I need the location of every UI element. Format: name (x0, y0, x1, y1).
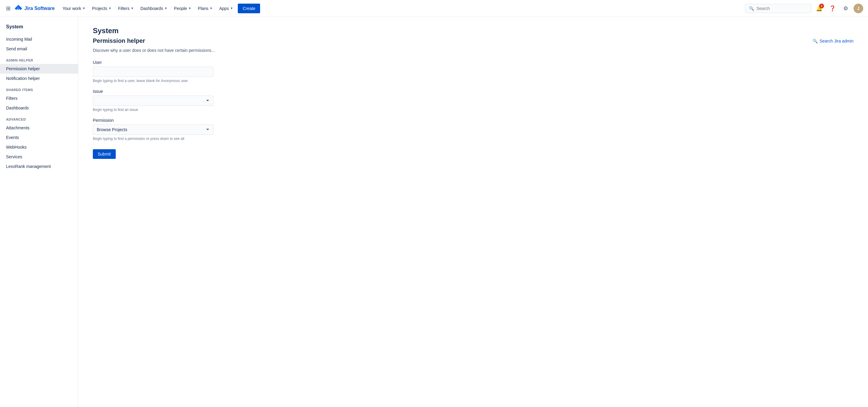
sidebar-item-notification-helper[interactable]: Notification helper (0, 73, 78, 83)
permission-helper-form: User Begin typing to find a user, leave … (93, 60, 854, 159)
avatar[interactable]: J (854, 4, 863, 13)
topnav-right: 🔍 🔔 2 ❓ ⚙ J (745, 3, 863, 14)
chevron-down-icon: ▼ (188, 7, 191, 10)
nav-people[interactable]: People ▼ (171, 4, 194, 13)
description-text: Discover why a user does or does not hav… (93, 48, 854, 53)
sidebar-item-lexorank[interactable]: LexoRank management (0, 162, 78, 171)
sidebar-item-permission-helper[interactable]: Permission helper (0, 64, 78, 73)
section-title: Permission helper (93, 37, 854, 44)
top-navigation: ⊞ Jira Software Your work ▼ Projects ▼ F… (0, 0, 868, 17)
issue-label: Issue (93, 89, 854, 94)
help-button[interactable]: ❓ (827, 3, 838, 14)
jira-logo-icon (14, 4, 23, 13)
chevron-down-icon: ▼ (108, 7, 112, 10)
chevron-down-icon: ▼ (210, 7, 213, 10)
sidebar-section-admin-helper: Admin Helper (0, 54, 78, 64)
permission-field-group: Permission Browse Projects Create Issues… (93, 118, 854, 141)
create-button[interactable]: Create (238, 4, 260, 13)
search-input[interactable] (756, 6, 807, 11)
notifications-button[interactable]: 🔔 2 (814, 3, 825, 14)
nav-filters[interactable]: Filters ▼ (115, 4, 137, 13)
sidebar-title: System (0, 22, 78, 34)
user-label: User (93, 60, 854, 65)
permission-label: Permission (93, 118, 854, 123)
permission-select[interactable]: Browse Projects Create Issues Edit Issue… (93, 125, 213, 135)
sidebar-section-shared-items: Shared Items (0, 83, 78, 93)
search-box[interactable]: 🔍 (745, 4, 811, 13)
logo-link[interactable]: Jira Software (14, 4, 55, 13)
chevron-down-icon: ▼ (82, 7, 85, 10)
search-icon: 🔍 (812, 39, 818, 43)
sidebar-item-filters[interactable]: Filters (0, 93, 78, 103)
page-layout: System Incoming Mail Send email Admin He… (0, 17, 868, 407)
submit-button[interactable]: Submit (93, 149, 116, 159)
settings-button[interactable]: ⚙ (840, 3, 851, 14)
search-icon: 🔍 (749, 6, 754, 11)
chevron-down-icon: ▼ (164, 7, 167, 10)
sidebar: System Incoming Mail Send email Admin He… (0, 17, 79, 407)
page-title: System (93, 27, 854, 35)
sidebar-item-webhooks[interactable]: WebHooks (0, 142, 78, 152)
permission-hint: Begin typing to find a permission or pre… (93, 136, 854, 141)
notification-badge: 2 (819, 4, 824, 8)
nav-dashboards[interactable]: Dashboards ▼ (137, 4, 170, 13)
sidebar-item-send-email[interactable]: Send email (0, 44, 78, 54)
sidebar-item-dashboards[interactable]: Dashboards (0, 103, 78, 113)
chevron-down-icon: ▼ (131, 7, 134, 10)
nav-projects[interactable]: Projects ▼ (89, 4, 114, 13)
admin-search-link[interactable]: 🔍 Search Jira admin (812, 39, 854, 43)
sidebar-item-services[interactable]: Services (0, 152, 78, 162)
sidebar-section-advanced: Advanced (0, 113, 78, 123)
chevron-down-icon: ▼ (230, 7, 233, 10)
nav-your-work[interactable]: Your work ▼ (59, 4, 88, 13)
sidebar-item-incoming-mail[interactable]: Incoming Mail (0, 34, 78, 44)
user-hint: Begin typing to find a user, leave blank… (93, 79, 854, 83)
user-input[interactable] (93, 67, 213, 77)
issue-hint: Begin typing to find an issue (93, 107, 854, 112)
main-nav: Your work ▼ Projects ▼ Filters ▼ Dashboa… (59, 4, 743, 13)
user-field-group: User Begin typing to find a user, leave … (93, 60, 854, 83)
brand-name: Jira Software (24, 6, 55, 11)
nav-plans[interactable]: Plans ▼ (195, 4, 216, 13)
sidebar-item-events[interactable]: Events (0, 133, 78, 142)
main-content: 🔍 Search Jira admin System Permission he… (79, 17, 868, 407)
grid-icon[interactable]: ⊞ (5, 4, 12, 13)
nav-apps[interactable]: Apps ▼ (216, 4, 236, 13)
sidebar-item-attachments[interactable]: Attachments (0, 123, 78, 133)
issue-select[interactable] (93, 96, 213, 106)
issue-field-group: Issue Begin typing to find an issue (93, 89, 854, 112)
